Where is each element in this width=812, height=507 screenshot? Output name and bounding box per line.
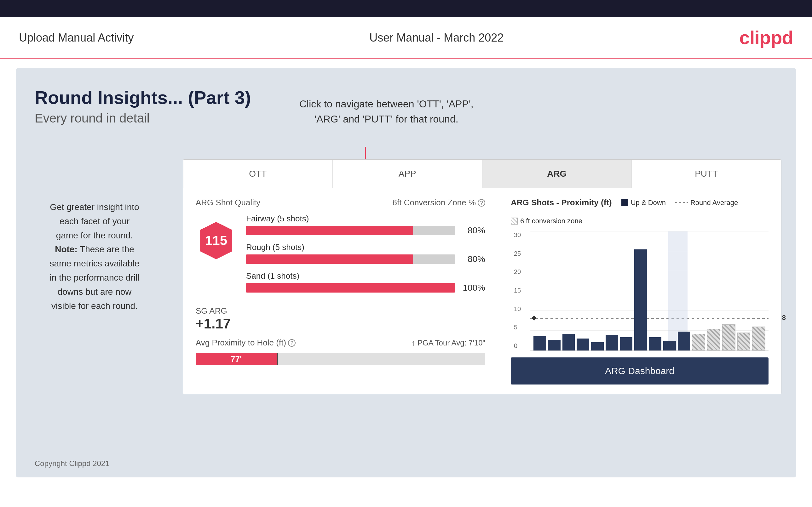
chart-bar-4 [577,339,589,350]
nav-hint-line1: Click to navigate between 'OTT', 'APP', [299,98,473,110]
tab-bar: OTT APP ARG PUTT [183,160,781,188]
help-icon[interactable]: ? [478,199,485,207]
y-label-5: 5 [514,324,521,331]
y-label-15: 15 [514,287,521,294]
shot-row-rough: Rough (5 shots) 80% [246,242,485,264]
tab-arg[interactable]: ARG [482,160,632,188]
chart-wrapper: 0 5 10 15 20 25 30 [530,231,768,351]
dashed-line-label: 8 [782,314,786,322]
sand-bar-track [246,283,455,292]
desc-line3: game for the round. [56,230,133,240]
proximity-bar-fill: 77' [196,353,277,365]
rough-label: Rough (5 shots) [246,242,485,252]
sg-label: SG ARG [196,306,485,316]
fairway-bar-fill [246,226,413,235]
shot-quality-label: ARG Shot Quality [196,198,393,208]
conversion-label: 6ft Conversion Zone % [393,198,476,208]
chart-bar-9 [649,337,661,350]
shot-row-fairway: Fairway (5 shots) 80% [246,214,485,235]
y-label-10: 10 [514,305,521,313]
legend-round-avg-label: Round Average [691,199,738,207]
proximity-cursor [277,353,277,365]
y-label-20: 20 [514,268,521,276]
section-headers: ARG Shot Quality 6ft Conversion Zone % ? [196,198,485,208]
rough-bar-fill [246,255,413,264]
proximity-value: 77' [231,354,242,364]
desc-line8: visible for each round. [51,301,138,311]
sand-label: Sand (1 shots) [246,271,485,281]
legend-round-avg: Round Average [675,199,738,207]
chart-title: ARG Shots - Proximity (ft) [511,198,612,208]
rough-pct: 80% [460,254,485,264]
user-manual-label: User Manual - March 2022 [369,31,504,44]
chart-bar-tall [634,249,647,350]
desc-line4: These are the [78,244,134,254]
sand-bar-row: 100% [246,283,485,293]
proximity-bar-track: 77' [196,353,485,365]
upload-label: Upload Manual Activity [19,31,134,44]
sand-pct: 100% [460,283,485,293]
desc-line2: each facet of your [59,216,130,226]
sg-section: SG ARG +1.17 [196,306,485,332]
y-label-30: 30 [514,231,521,239]
proximity-help-icon[interactable]: ? [288,339,296,347]
hex-number: 115 [205,233,227,248]
desc-line5: same metrics available [50,259,140,268]
left-section: ARG Shot Quality 6ft Conversion Zone % ?… [183,188,498,394]
left-description: Get greater insight into each facet of y… [41,200,148,313]
tab-app[interactable]: APP [333,160,483,188]
chart-bar-h4 [737,333,751,350]
legend-conversion-label: 6 ft conversion zone [520,217,582,225]
chart-bar-11 [678,332,691,350]
chart-bars [530,231,768,350]
copyright: Copyright Clippd 2021 [35,459,109,468]
panel-body: ARG Shot Quality 6ft Conversion Zone % ?… [183,188,781,394]
chart-bar-7 [620,337,633,350]
y-label-0: 0 [514,342,521,349]
rough-bar-track [246,255,455,264]
proximity-section: Avg Proximity to Hole (ft) ? ↑ PGA Tour … [196,338,485,365]
chart-header: ARG Shots - Proximity (ft) Up & Down Rou… [511,198,768,225]
main-content: Round Insights... (Part 3) Every round i… [16,68,796,477]
hexagon-badge: 115 [196,220,237,261]
main-panel: OTT APP ARG PUTT ARG Shot Quality 6ft Co… [183,159,781,394]
chart-bar-3 [562,334,575,350]
chart-bar-1 [534,336,546,350]
fairway-bar-row: 80% [246,225,485,235]
proximity-label: Avg Proximity to Hole (ft) [196,338,286,348]
pga-avg-label: ↑ PGA Tour Avg: 7'10" [411,339,485,347]
chart-bar-6 [606,335,618,350]
rough-bar-row: 80% [246,254,485,264]
shot-bars: Fairway (5 shots) 80% Rough (5 shots) [246,214,485,300]
proximity-header: Avg Proximity to Hole (ft) ? ↑ PGA Tour … [196,338,485,348]
arg-dashboard-button[interactable]: ARG Dashboard [511,357,768,385]
header: Upload Manual Activity User Manual - Mar… [0,17,812,59]
clippd-logo: clippd [739,27,793,49]
desc-note: Note: [55,244,78,254]
y-axis: 0 5 10 15 20 25 30 [514,231,521,351]
tab-ott[interactable]: OTT [183,160,333,188]
desc-line1: Get greater insight into [50,202,139,212]
legend-conversion: 6 ft conversion zone [511,217,582,225]
footer: Copyright Clippd 2021 [35,459,109,468]
desc-line7: downs but are now [57,287,132,297]
chart-bar-10 [663,341,676,350]
top-bar [0,0,812,17]
desc-line6: in the performance drill [50,273,140,282]
legend-up-down: Up & Down [621,199,666,207]
chart-area: 8 [530,231,768,351]
hex-container: 115 Fairway (5 shots) 80% [196,214,485,300]
chart-bar-h3 [722,324,735,350]
legend-up-down-label: Up & Down [631,199,666,207]
tab-putt[interactable]: PUTT [632,160,781,188]
fairway-pct: 80% [460,225,485,235]
chart-bar-2 [548,340,561,350]
fairway-bar-track [246,226,455,235]
chart-bar-h1 [692,334,705,350]
legend-conversion-box [511,218,518,225]
legend-up-down-box [621,199,628,206]
fairway-label: Fairway (5 shots) [246,214,485,224]
chart-bar-5 [591,342,604,350]
sg-value: +1.17 [196,316,485,332]
sand-bar-fill [246,283,455,292]
